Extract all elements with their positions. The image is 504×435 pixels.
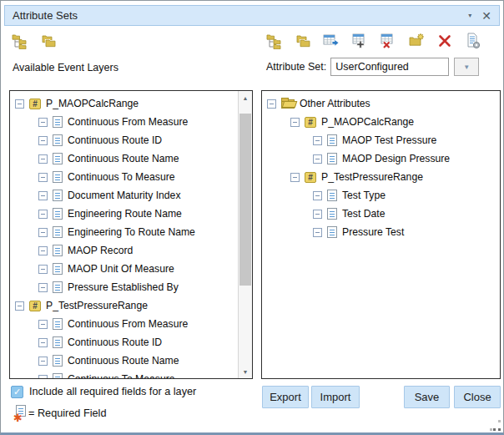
export-button[interactable]: Export <box>262 386 309 408</box>
field-icon <box>53 355 63 367</box>
close-button[interactable]: Close <box>454 386 501 408</box>
tree-item[interactable]: Continuous To Measure <box>10 370 252 379</box>
collapse-box-icon[interactable] <box>38 265 48 274</box>
collapse-box-icon[interactable] <box>290 118 300 127</box>
tree-item-label: P_TestPressureRange <box>321 171 423 183</box>
collapse-box-icon[interactable] <box>38 338 48 347</box>
tree-item[interactable]: Continuous Route Name <box>10 352 252 370</box>
tree-item-label: Continuous Route ID <box>68 336 162 348</box>
tree-item[interactable]: #P_TestPressureRange <box>262 168 500 186</box>
collapse-box-icon[interactable] <box>313 154 322 164</box>
attribute-set-tree-panel[interactable]: Other Attributes #P_MAOPCalcRange MAOP T… <box>261 90 501 379</box>
field-icon <box>53 263 63 275</box>
field-icon <box>53 153 63 164</box>
expand-layers-tree-icon[interactable] <box>11 33 28 50</box>
tree-item[interactable]: Test Type <box>262 186 500 205</box>
delete-icon[interactable] <box>436 33 453 50</box>
scrollbar-thumb[interactable] <box>239 114 251 286</box>
collapse-box-icon[interactable] <box>290 173 300 182</box>
collapse-box-icon[interactable] <box>38 375 48 380</box>
tree-item[interactable]: Continuous Route ID <box>10 131 252 149</box>
titlebar[interactable]: Attribute Sets ▾ ✕ <box>4 5 500 26</box>
tree-item-label: Continuous From Measure <box>68 116 188 128</box>
tree-item[interactable]: Pressure Test <box>262 223 500 241</box>
tree-item[interactable]: Continuous From Measure <box>10 315 252 333</box>
collapse-box-icon[interactable] <box>313 228 322 237</box>
field-icon <box>327 226 337 238</box>
tree-item[interactable]: MAOP Test Pressure <box>262 131 500 149</box>
collapse-box-icon[interactable] <box>15 99 24 109</box>
tree-item[interactable]: Engineering Route Name <box>10 205 252 223</box>
close-icon[interactable]: ✕ <box>481 10 491 22</box>
tree-item-label: Test Date <box>342 208 385 220</box>
properties-icon[interactable] <box>464 33 481 50</box>
available-event-layers-label: Available Event Layers <box>13 62 118 73</box>
event-layer-icon: # <box>29 99 41 109</box>
tree-item[interactable]: Pressure Established By <box>10 278 252 296</box>
collapse-box-icon[interactable] <box>38 246 48 255</box>
tree-item-label: MAOP Record <box>68 245 133 256</box>
field-icon <box>327 134 337 146</box>
save-button[interactable]: Save <box>404 386 450 408</box>
add-table-icon[interactable] <box>350 33 368 50</box>
attribute-set-combobox[interactable]: UserConfigured <box>330 58 449 76</box>
collapse-box-icon[interactable] <box>313 136 322 145</box>
attribute-set-dropdown-button[interactable]: ▼ <box>454 58 479 76</box>
remove-table-icon[interactable] <box>379 33 396 50</box>
expand-attributes-tree-icon[interactable] <box>265 33 283 50</box>
field-icon <box>53 116 63 128</box>
collapse-box-icon[interactable] <box>313 191 322 200</box>
tree-item[interactable]: Engineering To Route Name <box>10 223 252 241</box>
field-icon <box>53 134 63 146</box>
tree-item[interactable]: #P_TestPressureRange <box>10 296 252 315</box>
collapse-box-icon[interactable] <box>38 228 48 237</box>
tree-item-label: Engineering Route Name <box>68 208 182 220</box>
collapse-box-icon[interactable] <box>38 191 48 200</box>
collapse-box-icon[interactable] <box>38 118 48 127</box>
tree-item[interactable]: #P_MAOPCalcRange <box>10 94 252 113</box>
tree-item[interactable]: MAOP Record <box>10 241 252 260</box>
resize-grip[interactable] <box>490 420 501 431</box>
folders-icon[interactable] <box>294 33 311 50</box>
tree-item-label: MAOP Design Pressure <box>342 153 450 164</box>
tree-item-label: Continuous From Measure <box>68 318 188 330</box>
open-table-icon[interactable] <box>322 33 340 50</box>
tree-item[interactable]: MAOP Design Pressure <box>262 149 500 168</box>
collapse-box-icon[interactable] <box>313 210 322 219</box>
event-layer-icon: # <box>305 172 316 183</box>
tree-item[interactable]: Continuous To Measure <box>10 168 252 186</box>
collapse-box-icon[interactable] <box>38 154 48 164</box>
folders-icon[interactable] <box>39 33 57 50</box>
collapse-box-icon[interactable] <box>15 301 24 311</box>
attribute-set-tree: Other Attributes #P_MAOPCalcRange MAOP T… <box>262 91 500 241</box>
tree-item[interactable]: Continuous Route ID <box>10 333 252 352</box>
asterisk-icon: ✱ <box>13 412 23 424</box>
tree-item[interactable]: Document Maturity Index <box>10 186 252 205</box>
tree-item[interactable]: #P_MAOPCalcRange <box>262 113 500 131</box>
toolbar <box>11 31 493 51</box>
collapse-box-icon[interactable] <box>38 210 48 219</box>
collapse-box-icon[interactable] <box>267 99 276 109</box>
collapse-box-icon[interactable] <box>38 283 48 292</box>
tree-item[interactable]: MAOP Unit Of Measure <box>10 260 252 278</box>
vertical-scrollbar[interactable]: ▲ ▼ <box>238 91 252 378</box>
tree-item-label: Continuous Route Name <box>68 355 179 367</box>
tree-item[interactable]: Continuous From Measure <box>10 113 252 131</box>
tree-item[interactable]: Continuous Route Name <box>10 149 252 168</box>
collapse-box-icon[interactable] <box>38 357 48 366</box>
tree-item[interactable]: Test Date <box>262 205 500 223</box>
include-required-fields-checkbox[interactable]: ✓ <box>11 386 23 398</box>
event-layer-icon: # <box>29 301 41 311</box>
scroll-down-icon[interactable]: ▼ <box>239 365 252 378</box>
available-layers-tree-panel[interactable]: #P_MAOPCalcRange Continuous From Measure… <box>9 90 253 379</box>
collapse-box-icon[interactable] <box>38 320 48 329</box>
field-icon <box>53 226 63 238</box>
tree-item[interactable]: Other Attributes <box>262 94 500 113</box>
import-button[interactable]: Import <box>311 386 360 408</box>
collapse-box-icon[interactable] <box>38 173 48 182</box>
field-icon <box>327 190 337 201</box>
scroll-up-icon[interactable]: ▲ <box>239 91 252 104</box>
new-attribute-set-folder-icon[interactable] <box>407 33 425 50</box>
dock-menu-icon[interactable]: ▾ <box>468 13 471 19</box>
collapse-box-icon[interactable] <box>38 136 48 145</box>
